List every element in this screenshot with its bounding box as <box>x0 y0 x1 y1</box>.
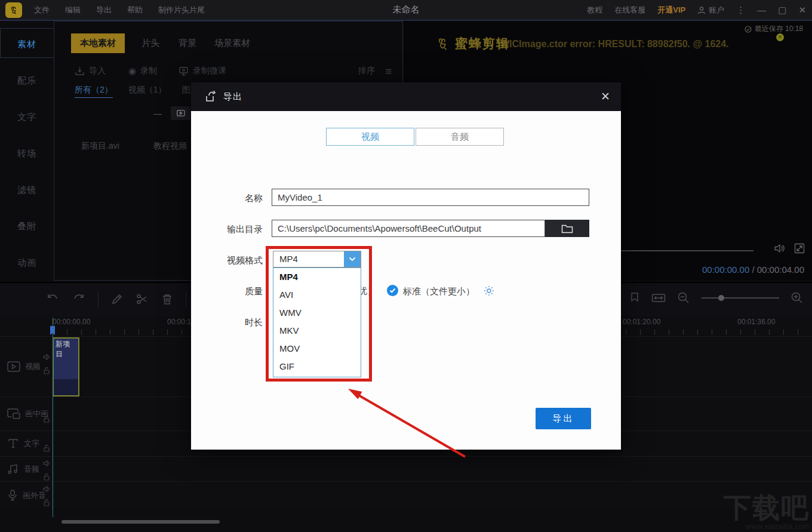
track-lock-icon[interactable] <box>43 367 50 374</box>
chevron-down-icon[interactable] <box>344 251 361 267</box>
track-audio: 音频 <box>0 456 812 481</box>
screen-record-icon <box>179 66 189 76</box>
track-lock-icon[interactable] <box>43 415 50 423</box>
format-option-avi[interactable]: AVI <box>273 286 361 304</box>
zoom-out-icon[interactable] <box>677 291 690 305</box>
timeline-horizontal-scrollbar[interactable] <box>61 520 220 524</box>
redo-icon[interactable] <box>72 293 86 306</box>
name-input[interactable] <box>272 189 589 206</box>
track-lock-icon[interactable] <box>43 473 50 481</box>
format-option-mov[interactable]: MOV <box>273 340 361 358</box>
video-track-icon <box>7 361 20 372</box>
close-window-button[interactable]: ✕ <box>798 5 806 16</box>
tab-background[interactable]: 背景 <box>171 33 204 53</box>
output-dir-label: 输出目录 <box>221 224 263 235</box>
fullscreen-icon[interactable] <box>794 243 805 254</box>
minimize-button[interactable]: — <box>757 5 766 15</box>
preview-timecode: 00:00:00.00 / 00:00:04.00 <box>702 265 804 275</box>
format-option-gif[interactable]: GIF <box>273 358 361 376</box>
format-option-mp4[interactable]: MP4 <box>273 268 361 286</box>
site-watermark: 下载吧 www.xiazaiba.com <box>724 490 810 531</box>
fit-timeline-icon[interactable] <box>651 293 666 303</box>
zoom-in-icon[interactable] <box>791 291 804 305</box>
app-logo-icon <box>5 2 22 18</box>
menu-intro-outro[interactable]: 制作片头片尾 <box>158 5 205 16</box>
playhead-line[interactable] <box>53 318 53 517</box>
export-icon <box>204 90 217 103</box>
video-format-dropdown: MP4 AVI WMV MKV MOV GIF <box>273 267 361 377</box>
delete-trash-icon[interactable] <box>161 293 174 306</box>
sidebar-item-overlay[interactable]: 叠附 <box>0 221 54 232</box>
menu-file[interactable]: 文件 <box>34 5 50 16</box>
video-format-label: 视频格式 <box>221 255 263 266</box>
quality-option-standard[interactable]: 标准（文件更小） <box>403 286 475 297</box>
sidebar-item-animation[interactable]: 动画 <box>0 257 54 269</box>
menu-help[interactable]: 帮助 <box>127 5 143 16</box>
tutorial-link[interactable]: 教程 <box>587 5 602 16</box>
error-message: WICImage.ctor error: HRESULT: 88982f50. … <box>500 39 729 50</box>
filter-all[interactable]: 所有（2） <box>75 85 113 98</box>
folder-icon <box>561 224 573 233</box>
split-scissors-icon[interactable] <box>136 293 149 306</box>
notification-close-icon[interactable]: ✕ <box>776 33 784 41</box>
account-button[interactable]: 账户 <box>697 5 724 16</box>
maximize-button[interactable]: ▢ <box>778 5 786 16</box>
bee-icon <box>435 36 450 51</box>
name-label: 名称 <box>221 193 263 204</box>
sort-order-icon[interactable]: ≡ <box>385 66 392 78</box>
undo-icon[interactable] <box>45 293 60 306</box>
format-option-mkv[interactable]: MKV <box>273 322 361 340</box>
track-mute-icon[interactable] <box>43 353 51 361</box>
track-mute-icon[interactable] <box>43 460 51 467</box>
filter-video[interactable]: 视频（1） <box>128 85 167 98</box>
zoom-slider-handle[interactable] <box>718 295 724 301</box>
export-confirm-button[interactable]: 导出 <box>536 408 591 429</box>
media-item-collapse-icon[interactable]: — <box>153 109 162 118</box>
record-button[interactable]: ◉ 录制 <box>128 66 157 76</box>
sidebar-item-material[interactable]: 素材 <box>0 39 54 50</box>
track-lock-icon[interactable] <box>43 444 50 452</box>
timeline-zoom-slider[interactable] <box>702 297 779 299</box>
sidebar-item-music[interactable]: 配乐 <box>0 75 54 87</box>
menu-export[interactable]: 导出 <box>96 5 112 16</box>
titlebar-right: 教程 在线客服 开通VIP 账户 ⋮ — ▢ ✕ <box>587 5 806 16</box>
pip-track-icon <box>7 408 20 419</box>
track-lock-icon[interactable] <box>43 499 50 506</box>
sort-label[interactable]: 排序 <box>358 66 375 76</box>
marker-icon[interactable] <box>629 292 640 304</box>
track-voiceover: 画外音 <box>0 481 812 509</box>
radio-checked-icon[interactable] <box>387 285 398 296</box>
track-mute-icon[interactable] <box>43 485 51 493</box>
tab-scene-material[interactable]: 场景素材 <box>207 33 257 53</box>
volume-icon[interactable] <box>774 243 786 254</box>
sidebar-item-transition[interactable]: 转场 <box>0 148 54 159</box>
video-format-select[interactable]: MP4 <box>273 251 361 267</box>
media-item-video-icon[interactable] <box>171 106 190 120</box>
sidebar-item-filter[interactable]: 滤镜 <box>0 184 54 196</box>
format-option-wmv[interactable]: WMV <box>273 304 361 322</box>
media-item-label[interactable]: 教程视频 <box>153 141 187 152</box>
timeline-clip[interactable]: 新项目 <box>53 337 79 396</box>
media-item-label[interactable]: 新项目.avi <box>81 141 119 152</box>
output-dir-input[interactable] <box>272 220 545 237</box>
import-button[interactable]: 导入 <box>75 66 106 76</box>
dialog-close-icon[interactable]: ✕ <box>601 90 610 103</box>
sidebar-item-text[interactable]: 文字 <box>0 112 54 123</box>
browse-folder-button[interactable] <box>545 220 589 237</box>
more-menu-icon[interactable]: ⋮ <box>736 5 745 16</box>
support-link[interactable]: 在线客服 <box>614 5 645 16</box>
menu-edit[interactable]: 编辑 <box>65 5 81 16</box>
record-course-button[interactable]: 录制微课 <box>179 66 226 76</box>
export-dialog-header: 导出 ✕ <box>191 82 621 111</box>
vip-link[interactable]: 开通VIP <box>657 5 685 16</box>
edit-icon[interactable] <box>110 293 124 306</box>
ruler-timestamp: 00:01:36.00 <box>737 318 775 326</box>
dialog-tab-video[interactable]: 视频 <box>326 128 414 146</box>
tab-local-material[interactable]: 本地素材 <box>71 33 125 53</box>
tab-intro[interactable]: 片头 <box>134 33 167 53</box>
dialog-tab-audio[interactable]: 音频 <box>416 128 504 146</box>
record-icon: ◉ <box>128 66 136 76</box>
settings-gear-icon[interactable] <box>483 285 495 297</box>
export-dialog: 导出 ✕ 视频 音频 名称 输出目录 视频格式 MP4 MP4 AVI WMV <box>191 82 621 450</box>
sidebar: 素材 配乐 文字 转场 滤镜 叠附 动画 <box>0 21 54 281</box>
